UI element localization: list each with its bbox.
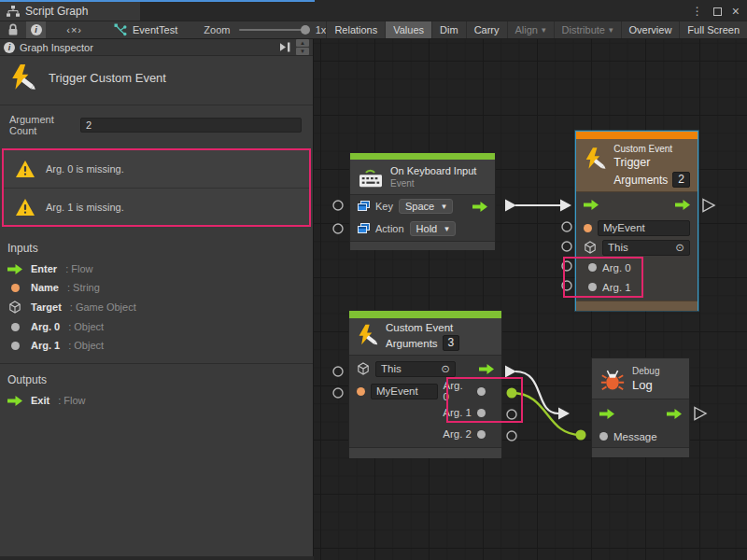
script-graph-window: Script Graph ⋮ × i ‹×› EventTest (0, 0, 747, 560)
io-row-target: Target : Game Object (0, 297, 313, 317)
outputs-heading: Outputs (0, 364, 313, 391)
overview-button[interactable]: Overview (622, 21, 681, 38)
io-name: Arg. 0 (31, 321, 60, 332)
object-port-icon[interactable] (477, 430, 486, 439)
lock-icon (7, 23, 19, 36)
key-dropdown[interactable]: Space ▾ (399, 199, 453, 214)
port-trigger-arg0[interactable] (562, 261, 571, 271)
graph-canvas[interactable]: On Keyboard Input Event Key Space ▾ (314, 39, 747, 560)
event-colorbar (349, 311, 501, 318)
graph-node-icon (114, 23, 127, 36)
lock-button[interactable] (0, 23, 26, 36)
node-category: Debug (632, 366, 659, 376)
flow-in-arrow[interactable] (599, 409, 614, 419)
flow-out-arrow[interactable] (472, 202, 487, 212)
port-keyboard-key[interactable] (333, 201, 343, 210)
flow-in-arrow[interactable] (584, 200, 599, 210)
flow-arrow-icon (7, 396, 22, 406)
port-trigger-name[interactable] (562, 222, 571, 231)
port-event-arg1[interactable] (507, 410, 516, 419)
cube-icon[interactable] (357, 362, 370, 375)
close-icon[interactable]: × (732, 7, 740, 16)
relations-button[interactable]: Relations (327, 21, 386, 38)
node-custom-event[interactable]: Custom Event Arguments 3 This ⊙ MyEvent (348, 310, 502, 457)
wire-keyboard-to-trigger[interactable] (505, 200, 571, 212)
arguments-count-field[interactable]: 2 (672, 172, 690, 188)
port-event-name[interactable] (333, 388, 343, 398)
distribute-dropdown[interactable]: Distribute ▾ (555, 21, 622, 38)
string-port-icon[interactable] (357, 387, 365, 396)
values-button[interactable]: Values (386, 21, 432, 38)
flow-out-arrow[interactable] (675, 200, 690, 210)
port-message-connected[interactable] (576, 430, 586, 441)
object-port-icon[interactable] (599, 432, 608, 441)
node-title: Custom Event (386, 322, 459, 333)
target-field[interactable]: This ⊙ (375, 361, 456, 377)
separator: : (68, 340, 71, 351)
object-port-icon[interactable] (588, 283, 597, 291)
object-port-icon[interactable] (477, 409, 486, 417)
io-name: Exit (31, 395, 49, 406)
wire-arg0-to-message[interactable] (507, 388, 586, 441)
action-dropdown[interactable]: Hold ▾ (410, 221, 456, 236)
separator: : (67, 282, 70, 293)
arg0-row: Arg. 0 (576, 258, 698, 277)
port-arg0-connected[interactable] (507, 388, 517, 399)
inputs-heading: Inputs (0, 232, 313, 259)
object-port-icon (11, 342, 20, 350)
node-title: On Keyboard Input (390, 165, 476, 176)
custom-event-icon (9, 63, 37, 91)
dock-panel-icon[interactable] (279, 42, 291, 52)
port-event-arg2[interactable] (507, 431, 516, 441)
spinner-down-button[interactable]: ▼ (296, 48, 309, 55)
action-label: Action (375, 223, 404, 234)
event-name-field[interactable]: MyEvent (371, 384, 438, 399)
dim-button[interactable]: Dim (432, 21, 467, 38)
node-on-keyboard-input[interactable]: On Keyboard Input Event Key Space ▾ (349, 152, 496, 249)
io-type: Flow (71, 263, 92, 274)
target-field[interactable]: This ⊙ (602, 240, 690, 256)
node-debug-log[interactable]: Debug Log Message (591, 357, 690, 457)
port-trigger-exit[interactable] (703, 200, 714, 212)
io-name: Name (31, 282, 59, 293)
zoom-slider-knob[interactable] (301, 25, 310, 35)
window-menu-icon[interactable]: ⋮ (692, 5, 703, 18)
target-picker-icon[interactable]: ⊙ (441, 362, 450, 376)
inspector-toggle-button[interactable]: i (26, 21, 46, 38)
flow-row (576, 192, 698, 217)
code-view-button[interactable]: ‹×› (66, 24, 82, 35)
arguments-count-field[interactable]: 3 (443, 335, 460, 351)
node-trigger-custom-event[interactable]: Custom Event Trigger Arguments 2 MyEvent (575, 131, 698, 311)
message-row: Message (592, 426, 689, 447)
target-row: This ⊙ (576, 238, 698, 257)
argument-count-field[interactable]: 2 (80, 118, 302, 133)
node-footer (349, 447, 501, 458)
port-debug-exit[interactable] (695, 408, 706, 420)
warning-row: Arg. 0 is missing. (4, 150, 309, 188)
spinner-up-button[interactable]: ▲ (296, 39, 309, 47)
io-row-arg0: Arg. 0 : Object (0, 317, 313, 336)
port-trigger-target[interactable] (562, 242, 571, 251)
carry-button[interactable]: Carry (467, 21, 508, 38)
flow-out-arrow[interactable] (479, 364, 494, 374)
port-event-target[interactable] (333, 367, 343, 376)
port-trigger-arg1[interactable] (562, 281, 571, 290)
event-name-field[interactable]: MyEvent (598, 220, 690, 236)
string-port-icon[interactable] (584, 224, 592, 232)
full-screen-button[interactable]: Full Screen (680, 21, 747, 38)
info-icon: i (31, 24, 42, 35)
object-port-icon[interactable] (477, 387, 486, 396)
object-port-icon[interactable] (588, 263, 597, 272)
tab-script-graph[interactable]: Script Graph (0, 2, 140, 21)
maximize-icon[interactable] (713, 7, 722, 16)
graph-breadcrumb[interactable]: EventTest (114, 23, 177, 36)
align-dropdown[interactable]: Align ▾ (508, 21, 555, 38)
event-colorbar (350, 153, 495, 160)
flow-out-arrow[interactable] (667, 409, 682, 419)
port-keyboard-action[interactable] (333, 224, 343, 233)
cube-icon[interactable] (584, 241, 597, 254)
separator: : (65, 263, 68, 274)
zoom-slider[interactable] (239, 29, 306, 31)
target-picker-icon[interactable]: ⊙ (675, 241, 684, 255)
io-type: Object (74, 321, 104, 332)
